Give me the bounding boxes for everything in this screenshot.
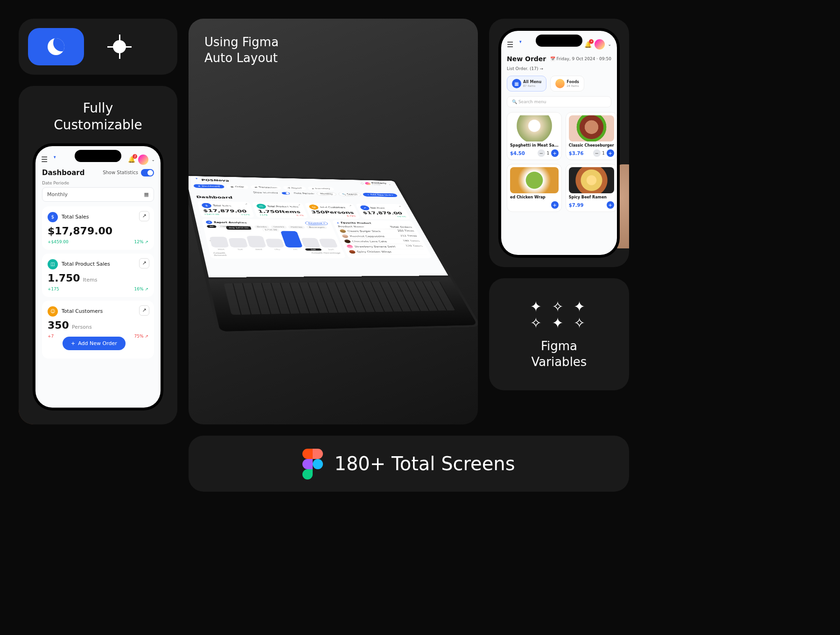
help-icon (360, 183, 364, 184)
expand-icon[interactable]: ↗ (245, 203, 248, 205)
nav-dashboard[interactable]: ◈ Dashboard (193, 184, 224, 188)
stat-total-sales: ↗ $Total Sales $17,879.00 +$459.00+12% (197, 201, 254, 218)
figma-variables-title: Figma Variables (532, 339, 587, 370)
fav-item[interactable]: Strawberry Banana Swirl120 Times (346, 244, 424, 249)
stat-product-sales: ↗ ◫Total Product Sales 1.750Items +1750.… (252, 202, 308, 218)
new-order-title: New Order (507, 55, 546, 63)
periode-select[interactable]: Monthly▦ (42, 187, 154, 202)
fav-item[interactable]: Hazelnut Cappuccino212 Times (341, 233, 419, 239)
cat-all[interactable]: All (207, 225, 217, 227)
brand-logo-icon (192, 177, 200, 182)
menu-icon[interactable]: ☰ (41, 155, 48, 164)
stat-customers: ↗ ☺Total Customers 350Persons +7 + Add N… (42, 301, 154, 359)
qty-plus-button[interactable]: + (607, 149, 614, 157)
phone-notch (536, 35, 582, 47)
menu-item[interactable]: Spicy Beef Ramen $7.99+ (566, 164, 617, 212)
total-screens-card: 180+ Total Screens (189, 436, 629, 492)
sparkles-icon: ✦ ✧ ✦✧ ✦ ✧ (530, 298, 588, 331)
avg-tooltip: Avg $450.00 (226, 226, 252, 230)
dark-mode-button[interactable] (28, 28, 84, 65)
customizable-card: Fully Customizable ☰ 🔔2 ⌄ Dashboard Show… (19, 86, 177, 424)
nav-inventory[interactable]: ⌂ Inventory (308, 186, 335, 190)
qty-plus-button[interactable]: + (607, 201, 614, 209)
show-stats-label: Show Statistics (103, 170, 138, 175)
grid-icon: ▦ (512, 79, 521, 88)
dollar-icon: $ (48, 212, 58, 222)
menu-item[interactable]: Classic Cheeseburger $3.76−1+ (566, 112, 617, 160)
auto-layout-title: Using Figma Auto Layout (204, 35, 462, 66)
figma-logo-icon (302, 449, 323, 479)
fav-item[interactable]: Spicy Chicken Wings (348, 249, 427, 254)
qty-plus-button[interactable]: + (551, 201, 559, 209)
chevron-down-icon: ⌄ (151, 157, 155, 162)
nav-order[interactable]: ▦ Order (226, 184, 249, 189)
cat-item[interactable]: Drinks (254, 225, 270, 228)
expand-icon[interactable]: ↗ (139, 305, 149, 316)
nav-transaction[interactable]: ⇄ Transaction (250, 185, 282, 190)
search-menu-input[interactable]: 🔍 Search menu (507, 96, 611, 107)
show-stats-toggle[interactable] (281, 192, 290, 194)
menu-icon[interactable]: ☰ (507, 40, 513, 49)
sun-icon (113, 40, 126, 53)
show-stats-label: Show Statistics (253, 191, 278, 194)
brand-logo-icon (49, 155, 58, 164)
trend-icon: ↗ (359, 205, 371, 210)
qty-plus-button[interactable]: + (551, 149, 559, 157)
report-filter[interactable]: Revenue ▾ (305, 221, 329, 225)
date-periode-label: Date Periode (35, 181, 161, 185)
food-image (569, 167, 614, 193)
figma-variables-card: ✦ ✧ ✦✧ ✦ ✧ Figma Variables (489, 278, 629, 390)
periode-select[interactable]: Monthly (316, 192, 337, 196)
periode-label: Date Periode (294, 192, 315, 195)
category-all-menu[interactable]: ▦ All Menu87 Items (507, 76, 546, 92)
add-new-order-button[interactable]: + Add New Order (63, 337, 126, 350)
show-stats-toggle[interactable] (141, 169, 154, 176)
avatar[interactable] (595, 39, 605, 49)
fav-item[interactable]: Classic Burger Stack250 Times (339, 228, 416, 234)
calendar-icon: ▦ (144, 191, 149, 198)
cat-item[interactable]: Beverages (306, 226, 328, 228)
report-bars: Avg $450.00 (208, 229, 338, 247)
food-image (569, 115, 614, 141)
menu-item[interactable]: ed Chicken Wrap + (507, 164, 562, 212)
people-icon: ☺ (308, 205, 319, 210)
stat-customers: ↗ ☺Total Customers 350Persons 0.75% (304, 203, 360, 219)
avatar[interactable] (138, 155, 148, 165)
qty-minus-button[interactable]: − (593, 149, 601, 157)
expand-icon[interactable]: ↗ (398, 205, 402, 207)
expand-icon[interactable]: ↗ (349, 205, 352, 206)
laptop-keyboard (205, 275, 478, 334)
notification-bell-icon[interactable]: 🔔2 (128, 156, 135, 163)
order-date: 📅 Friday, 9 Oct 2024 · 09:50 (550, 56, 611, 61)
expand-icon[interactable]: ↗ (297, 204, 301, 205)
category-foods[interactable]: Foods24 Items (550, 76, 584, 92)
add-new-order-button[interactable]: + Add New Order (362, 193, 398, 197)
expand-icon[interactable]: ↗ (139, 258, 149, 268)
cat-item[interactable]: Pastries (288, 226, 306, 228)
laptop-feature-card: Using Figma Auto Layout POSNova Kimberly… (189, 19, 478, 424)
list-order-link[interactable]: List Order. (17) → (501, 64, 617, 73)
report-analytics-card: ◔Report Analytics Revenue ▾ All Foods De… (202, 219, 346, 259)
star-icon: ★ (336, 222, 340, 224)
cat-item[interactable]: Snacks (270, 226, 287, 228)
customizable-title: Fully Customizable (33, 100, 163, 134)
food-image (510, 167, 559, 193)
dashboard-title: Dashboard (42, 169, 84, 177)
fav-item[interactable]: Chocolate Lava Cake180 Times (343, 239, 421, 244)
nav-report[interactable]: ◔ Report (283, 186, 307, 190)
bag-icon: ◫ (48, 259, 58, 269)
user-menu[interactable]: Kimberly Cashier ⌄ (360, 182, 392, 186)
menu-item[interactable]: Spaghetti in Meat Sa... $4.50−1+ (507, 112, 562, 160)
theme-toggle-card (19, 19, 177, 75)
search-input[interactable]: 🔍 Search (338, 192, 362, 196)
light-mode-button[interactable] (91, 28, 147, 65)
expand-icon[interactable]: ↗ (139, 211, 149, 221)
order-phone-card: ☰ 🔔• ⌄ New Order 📅 Friday, 9 Oct 2024 · … (489, 19, 629, 267)
chart-icon: ◔ (205, 220, 212, 224)
qty-minus-button[interactable]: − (538, 149, 545, 157)
total-screens-text: 180+ Total Screens (334, 453, 515, 474)
phone-mockup-dashboard: ☰ 🔔2 ⌄ Dashboard Show Statistics Date Pe… (33, 143, 163, 410)
chevron-down-icon: ⌄ (608, 42, 611, 47)
dollar-icon: $ (201, 203, 212, 208)
notification-bell-icon[interactable]: 🔔• (584, 41, 592, 48)
